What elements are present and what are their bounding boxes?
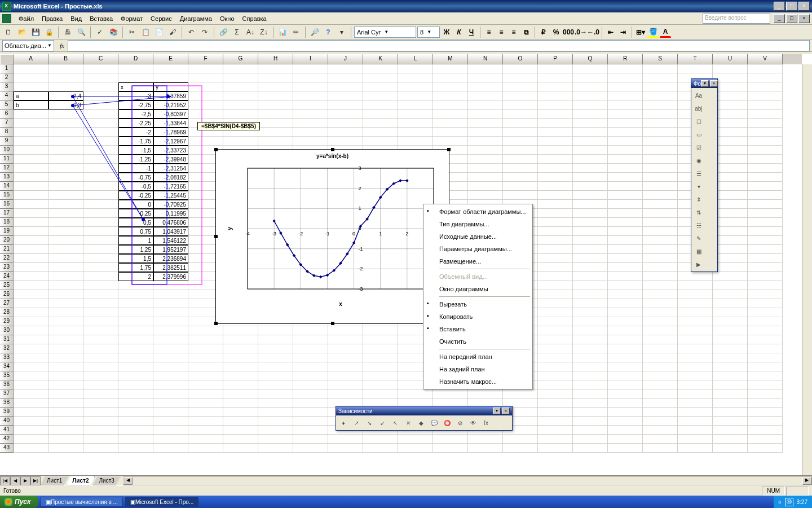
- circle-invalid-icon[interactable]: ⭕: [441, 417, 453, 429]
- cell-H34[interactable]: [258, 362, 293, 371]
- ctx-вставить[interactable]: ▪Вставить: [425, 323, 531, 335]
- cell-E22[interactable]: 2,236894: [153, 254, 188, 263]
- col-header-K[interactable]: K: [363, 54, 398, 64]
- cell-S36[interactable]: [643, 380, 678, 389]
- cell-T43[interactable]: [678, 444, 713, 453]
- cell-H43[interactable]: [258, 444, 293, 453]
- cell-A40[interactable]: [14, 417, 48, 426]
- cell-P15[interactable]: [538, 191, 573, 200]
- increase-decimal-button[interactable]: .0→: [575, 27, 586, 38]
- cell-V24[interactable]: [748, 272, 783, 281]
- cell-H35[interactable]: [258, 371, 293, 380]
- cell-P43[interactable]: [538, 444, 573, 453]
- cell-D33[interactable]: [118, 353, 153, 362]
- cell-H1[interactable]: [258, 64, 293, 73]
- cell-P27[interactable]: [538, 299, 573, 308]
- cell-V25[interactable]: [748, 281, 783, 290]
- cell-A27[interactable]: [14, 299, 48, 308]
- last-sheet-button[interactable]: ▶|: [30, 476, 41, 485]
- scrollbar-control-icon[interactable]: ⇕: [692, 193, 705, 205]
- cell-I39[interactable]: [293, 408, 328, 417]
- cell-B23[interactable]: [48, 263, 83, 272]
- cell-O43[interactable]: [503, 444, 538, 453]
- cell-Q36[interactable]: [573, 380, 608, 389]
- cell-P21[interactable]: [538, 245, 573, 254]
- cell-E30[interactable]: [153, 326, 188, 335]
- cell-P34[interactable]: [538, 362, 573, 371]
- cell-D23[interactable]: 1,75: [118, 263, 153, 272]
- col-header-T[interactable]: T: [678, 54, 713, 64]
- cell-S30[interactable]: [643, 326, 678, 335]
- cell-R28[interactable]: [608, 308, 643, 317]
- cell-B17[interactable]: [48, 209, 83, 218]
- format-painter-button[interactable]: 🖌: [166, 26, 179, 38]
- cell-S32[interactable]: [643, 344, 678, 353]
- cell-B2[interactable]: [48, 73, 83, 82]
- cell-H9[interactable]: [258, 137, 293, 146]
- row-header-4[interactable]: 4: [0, 91, 14, 100]
- cell-N37[interactable]: [468, 389, 503, 398]
- cell-E27[interactable]: [153, 299, 188, 308]
- cell-P30[interactable]: [538, 326, 573, 335]
- save-button[interactable]: 💾: [29, 26, 42, 38]
- currency-button[interactable]: ₽: [538, 27, 549, 38]
- cell-I35[interactable]: [293, 371, 328, 380]
- cell-T35[interactable]: [678, 371, 713, 380]
- row-header-35[interactable]: 35: [0, 371, 14, 380]
- button-control-icon[interactable]: ▭: [692, 128, 705, 141]
- cell-S20[interactable]: [643, 236, 678, 245]
- cell-P25[interactable]: [538, 281, 573, 290]
- cell-C9[interactable]: [83, 137, 118, 146]
- doc-minimize-button[interactable]: _: [774, 14, 785, 23]
- start-button[interactable]: Пуск: [0, 496, 38, 508]
- font-size-combo[interactable]: 8▼: [417, 27, 440, 38]
- cell-E18[interactable]: 0,476806: [153, 218, 188, 227]
- ctx-назначить-макрос---[interactable]: Назначить макрос...: [425, 375, 531, 388]
- cell-V7[interactable]: [748, 119, 783, 128]
- cell-I7[interactable]: [293, 119, 328, 128]
- embedded-chart[interactable]: y=a*sin(x-b) -4-3-2-10123-3-2-10123xy: [215, 149, 449, 324]
- underline-button[interactable]: Ч: [466, 27, 477, 38]
- cell-I37[interactable]: [293, 389, 328, 398]
- col-header-V[interactable]: V: [748, 54, 783, 64]
- vertical-scrollbar[interactable]: [802, 64, 812, 475]
- cell-V17[interactable]: [748, 209, 783, 218]
- cell-R23[interactable]: [608, 263, 643, 272]
- cell-A11[interactable]: [14, 155, 48, 164]
- chart-wizard-button[interactable]: 📊: [276, 26, 289, 38]
- cell-B10[interactable]: [48, 146, 83, 155]
- cell-P5[interactable]: [538, 100, 573, 110]
- cell-D25[interactable]: [118, 281, 153, 290]
- cell-L3[interactable]: [398, 82, 433, 91]
- cell-P18[interactable]: [538, 218, 573, 227]
- cell-K36[interactable]: [363, 380, 398, 389]
- cell-N1[interactable]: [468, 64, 503, 73]
- cell-Q25[interactable]: [573, 281, 608, 290]
- cell-E26[interactable]: [153, 290, 188, 299]
- cell-I8[interactable]: [293, 128, 328, 137]
- cell-P28[interactable]: [538, 308, 573, 317]
- cell-P23[interactable]: [538, 263, 573, 272]
- cell-S19[interactable]: [643, 227, 678, 236]
- cell-U42[interactable]: [713, 435, 748, 444]
- auditing-toolbar-close[interactable]: ×: [502, 408, 510, 414]
- cell-P20[interactable]: [538, 236, 573, 245]
- undo-button[interactable]: ↶: [185, 26, 197, 38]
- cell-G42[interactable]: [223, 435, 258, 444]
- cell-Q19[interactable]: [573, 227, 608, 236]
- row-header-39[interactable]: 39: [0, 408, 14, 417]
- cell-S5[interactable]: [643, 100, 678, 110]
- cell-R42[interactable]: [608, 435, 643, 444]
- cell-O4[interactable]: [503, 91, 538, 100]
- cell-E42[interactable]: [153, 435, 188, 444]
- row-header-7[interactable]: 7: [0, 119, 14, 128]
- cell-S7[interactable]: [643, 119, 678, 128]
- cell-B36[interactable]: [48, 380, 83, 389]
- cell-A36[interactable]: [14, 380, 48, 389]
- cell-R33[interactable]: [608, 353, 643, 362]
- cell-V1[interactable]: [748, 64, 783, 73]
- cell-O2[interactable]: [503, 73, 538, 82]
- cell-U8[interactable]: [713, 128, 748, 137]
- cell-U7[interactable]: [713, 119, 748, 128]
- cell-J37[interactable]: [328, 389, 363, 398]
